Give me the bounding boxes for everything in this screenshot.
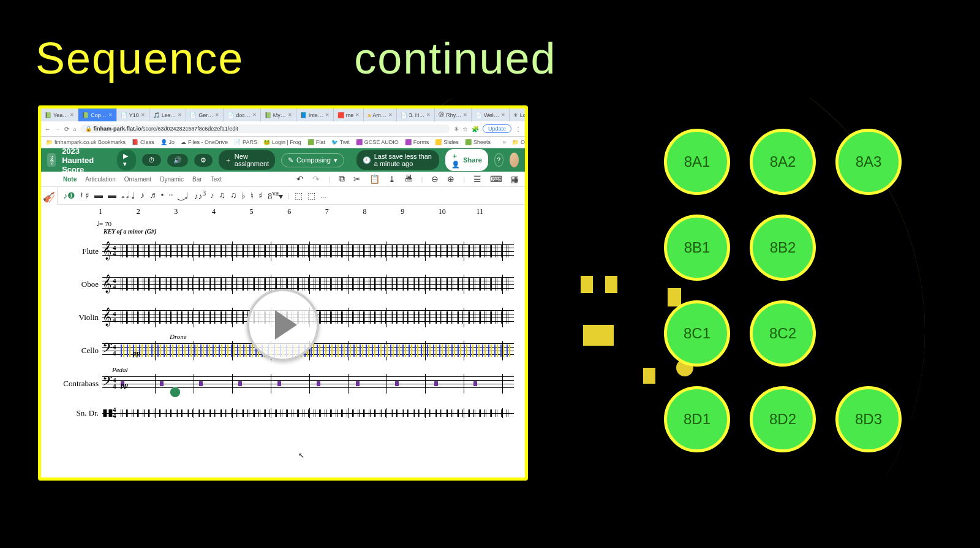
lesson-button[interactable]: 8A1 — [664, 129, 730, 195]
back-icon[interactable]: ← — [45, 126, 51, 132]
bookmark-item[interactable]: 🟪 Forms — [405, 139, 429, 145]
chord-icon[interactable]: ⬚ — [295, 191, 303, 201]
browser-tab[interactable]: 🎵Les…✕ — [149, 108, 187, 121]
metronome-button[interactable]: ⏱ — [142, 154, 161, 166]
mode-dropdown[interactable]: ✎ Composing ▾ — [281, 153, 344, 167]
lesson-button[interactable]: 8D2 — [750, 386, 816, 452]
embedded-screenshot[interactable]: 📗Yea…✕ 📗Cop…✕ 📄Y10✕ 🎵Les…✕ 📄Ger…✕ 📄doc…✕… — [38, 105, 528, 481]
url-input[interactable]: 🔒 finham-park.flat.io/score/63d024282c58… — [80, 124, 450, 133]
document-title[interactable]: 2023 Haunted Score — [62, 147, 111, 174]
sixteenth-note-icon[interactable]: ♬ — [149, 191, 156, 200]
close-icon[interactable]: ✕ — [288, 112, 292, 118]
zoom-out-icon[interactable]: ⊖ — [431, 174, 439, 185]
help-button[interactable]: ? — [494, 153, 503, 167]
menu-icon[interactable]: ⋮ — [515, 126, 521, 132]
bookmark-item[interactable]: 🟩 Flat — [307, 139, 325, 145]
home-icon[interactable]: ⌂ — [73, 126, 77, 132]
extension-icon[interactable]: ✳ — [454, 126, 459, 132]
staff[interactable]: ▮▮ 44 — [102, 400, 514, 426]
tuplet-icon[interactable]: ♪♪3 — [194, 189, 206, 202]
close-icon[interactable]: ✕ — [141, 112, 145, 118]
cut-icon[interactable]: ✂ — [353, 174, 361, 185]
editor-tab[interactable]: Ornament — [124, 176, 151, 183]
bookmark-item[interactable]: 📄 PARS — [234, 139, 257, 145]
update-button[interactable]: Update — [483, 124, 511, 133]
close-icon[interactable]: ✕ — [325, 112, 330, 118]
close-icon[interactable]: ✕ — [388, 112, 393, 118]
close-icon[interactable]: ✕ — [355, 112, 360, 118]
sharp-icon[interactable]: ♯ — [258, 191, 263, 201]
paste-icon[interactable]: 📋 — [369, 174, 380, 185]
lesson-button[interactable]: 8D1 — [664, 386, 730, 452]
half-rest-icon[interactable]: ▬ — [108, 191, 116, 200]
natural-icon[interactable]: ♮ — [251, 191, 254, 201]
browser-tab[interactable]: aAm…✕ — [364, 108, 397, 121]
browser-tab[interactable]: ⓌRhy…✕ — [435, 108, 472, 121]
quarter-note-icon[interactable]: ♩ — [131, 191, 135, 201]
browser-tab[interactable]: 📗Cop…✕ — [78, 108, 117, 121]
print-icon[interactable]: 🖶 — [404, 174, 413, 184]
score-canvas[interactable]: 12 34 56 78 910 11 ♩= 70 KEY of a minor … — [41, 205, 525, 478]
sharp-icon[interactable]: ♯ — [85, 191, 89, 201]
browser-tab[interactable]: 📘Inte…✕ — [296, 108, 334, 121]
browser-tab[interactable]: 🟥me✕ — [334, 108, 364, 121]
settings-button[interactable]: ⚙ — [194, 154, 213, 167]
video-play-button[interactable] — [247, 289, 319, 361]
close-icon[interactable]: ✕ — [215, 112, 219, 118]
grid-icon[interactable]: ▦ — [511, 174, 519, 185]
browser-tab[interactable]: 📄Y10✕ — [117, 108, 149, 121]
star-icon[interactable]: ☆ — [462, 126, 468, 132]
browser-tab[interactable]: 📄Wel…✕ — [472, 108, 509, 121]
close-icon[interactable]: ✕ — [426, 112, 431, 118]
new-assignment-button[interactable]: ＋ New assignment — [219, 150, 275, 170]
editor-tab[interactable]: Note — [63, 176, 77, 183]
chord-icon[interactable]: ⬚ — [307, 191, 315, 201]
volume-button[interactable]: 🔊 — [167, 154, 188, 167]
browser-tab[interactable]: 📄3. H…✕ — [397, 108, 435, 121]
whole-rest-icon[interactable]: ▬ — [94, 191, 103, 200]
bookmark-item[interactable]: 🐦 Twit — [331, 139, 350, 145]
layout-icon[interactable]: ☰ — [473, 174, 481, 185]
editor-tab[interactable]: Dynamic — [160, 176, 184, 183]
close-icon[interactable]: ✕ — [463, 112, 467, 118]
tie-icon[interactable]: ‿♩ — [178, 191, 189, 201]
octave-icon[interactable]: 8va▾ — [268, 189, 283, 202]
dot-icon[interactable]: • — [161, 191, 164, 200]
download-icon[interactable]: ⤓ — [388, 174, 396, 185]
beam-icon[interactable]: ♫ — [230, 191, 237, 200]
close-icon[interactable]: ✕ — [178, 112, 182, 118]
keyboard-icon[interactable]: ⌨ — [490, 174, 502, 185]
bookmark-item[interactable]: 🟪 GCSE AUDIO — [356, 139, 399, 145]
close-icon[interactable]: ✕ — [501, 112, 505, 118]
zoom-in-icon[interactable]: ⊕ — [447, 174, 454, 185]
reload-icon[interactable]: ⟳ — [64, 126, 69, 132]
share-button[interactable]: ＋👤 Share — [445, 149, 488, 171]
browser-tab[interactable]: 📄Ger…✕ — [186, 108, 224, 121]
undo-icon[interactable]: ↶ — [296, 174, 304, 185]
instrument-panel-icon[interactable]: 🎻 — [41, 187, 58, 207]
lesson-button[interactable]: 8C2 — [750, 300, 816, 367]
browser-tab[interactable]: 📗My…✕ — [261, 108, 296, 121]
staff[interactable]: 𝄞 44 — [102, 268, 514, 301]
lesson-button[interactable]: 8C1 — [664, 300, 730, 367]
browser-tab[interactable]: ✳Log…✕ — [510, 108, 528, 121]
close-icon[interactable]: ✕ — [108, 112, 113, 118]
bookmark-item[interactable]: 📕 Class — [132, 139, 154, 145]
flat-icon[interactable]: ♭ — [241, 191, 246, 201]
staff[interactable]: 𝄞 44 — [102, 235, 514, 268]
copy-icon[interactable]: ⧉ — [339, 174, 345, 184]
editor-tab[interactable]: Text — [211, 176, 222, 183]
flat-logo-icon[interactable]: 𝄞 — [47, 153, 56, 167]
editor-tab[interactable]: Articulation — [85, 176, 115, 183]
bookmark-item[interactable]: 🐸 Login | Frog — [263, 139, 301, 145]
note-input-icon[interactable]: ♪❶ — [63, 191, 75, 201]
lesson-button[interactable]: 8D3 — [835, 386, 902, 452]
lesson-button[interactable]: 8A2 — [750, 129, 816, 195]
staff[interactable]: 𝄢 44 pp ⬤ — [102, 367, 514, 400]
other-bookmarks[interactable]: 📁 Other Bookmarks — [512, 139, 525, 145]
close-icon[interactable]: ✕ — [252, 112, 257, 118]
more-icon[interactable]: … — [320, 192, 326, 199]
avatar[interactable] — [510, 153, 519, 167]
bookmark-item[interactable]: 📁 finhampark.co.uk Bookmarks — [46, 139, 126, 145]
eighth-note-icon[interactable]: ♪ — [140, 191, 145, 200]
